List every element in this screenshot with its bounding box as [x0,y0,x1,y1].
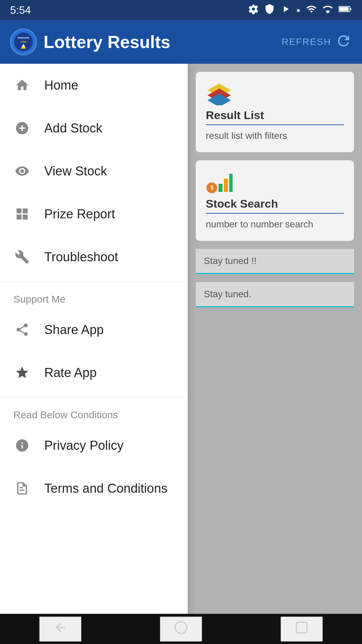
nav-item-view-stock[interactable]: View Stock [0,150,188,193]
svg-point-16 [175,622,187,633]
stock-search-card: $ Stock Search number to number search [196,160,354,241]
dot-icon: ● [296,6,300,14]
section-header-conditions: Read Below Conditions [0,400,188,424]
home-icon [13,76,31,94]
nav-label-share-app: Share App [44,323,104,337]
app-title: Lottery Results [44,32,171,52]
result-list-title: Result List [206,109,344,125]
divider-support [0,281,188,281]
nav-label-view-stock: View Stock [44,164,107,178]
refresh-label: REFRESH [282,37,331,47]
svg-rect-2 [339,7,349,11]
nav-label-rate-app: Rate App [44,366,97,380]
divider-conditions [0,397,188,397]
nav-label-add-stock: Add Stock [44,121,102,136]
status-bar: 5:54 ● [0,0,362,20]
add-circle-icon [13,119,31,137]
home-button[interactable] [160,616,202,642]
nav-item-prize-report[interactable]: Prize Report [0,193,188,235]
recent-button[interactable] [281,616,323,642]
nav-item-share-app[interactable]: Share App [0,308,188,351]
nav-item-home[interactable]: Home [0,64,188,107]
result-list-card: Result List result list with filters [196,72,354,152]
stock-search-desc: number to number search [206,218,344,231]
eye-icon [13,162,31,180]
signal-icon [322,4,333,17]
svg-rect-13 [219,184,223,192]
svg-text:$: $ [210,185,214,191]
grid-icon [13,205,31,223]
nav-label-troubleshoot: Troubleshoot [44,250,118,264]
stock-search-title: Stock Search [206,197,344,214]
nav-item-troubleshoot[interactable]: Troubleshoot [0,235,188,278]
shield-icon [264,4,275,17]
star-icon [13,364,31,381]
nav-label-prize-report: Prize Report [44,207,115,221]
nav-label-terms: Terms and Conditions [44,481,168,496]
svg-rect-1 [350,8,351,10]
svg-rect-17 [296,622,307,633]
header-left: Diamond Lotto Lottery Results [10,29,171,55]
refresh-button[interactable]: REFRESH [282,33,352,52]
stock-search-icon: $ [206,170,229,191]
doc-icon [13,480,31,497]
svg-rect-15 [229,174,233,192]
nav-item-privacy-policy[interactable]: Privacy Policy [0,424,188,467]
stay-tuned-2: Stay tuned. [196,282,354,307]
result-list-desc: result list with filters [206,129,344,142]
share-icon [13,321,31,338]
nav-item-add-stock[interactable]: Add Stock [0,107,188,150]
result-list-icon [206,82,229,102]
section-header-support: Support Me [0,284,188,308]
nav-item-terms[interactable]: Terms and Conditions [0,467,188,510]
wifi-icon [306,4,317,17]
svg-rect-14 [224,179,228,192]
status-icons: ● [248,4,352,17]
nav-label-home: Home [44,78,78,93]
svg-text:Diamond: Diamond [18,36,29,39]
settings-icon [248,4,259,17]
svg-text:Lotto: Lotto [20,41,26,43]
status-time: 5:54 [10,4,31,16]
nav-item-rate-app[interactable]: Rate App [0,351,188,394]
bg-content: Result List result list with filters $ S… [188,64,362,614]
drawer: Home Add Stock View Stock [0,64,188,614]
back-button[interactable] [39,616,81,642]
bottom-nav [0,614,362,644]
main-layout: Home Add Stock View Stock [0,64,362,614]
stay-tuned-1: Stay tuned !! [196,249,354,274]
info-circle-icon [13,437,31,454]
refresh-icon [335,33,352,52]
app-logo: Diamond Lotto [10,29,37,55]
app-header: Diamond Lotto Lottery Results REFRESH [0,20,362,64]
play-icon [280,4,291,17]
nav-label-privacy-policy: Privacy Policy [44,438,124,453]
wrench-icon [13,248,31,266]
battery-icon [339,4,352,16]
